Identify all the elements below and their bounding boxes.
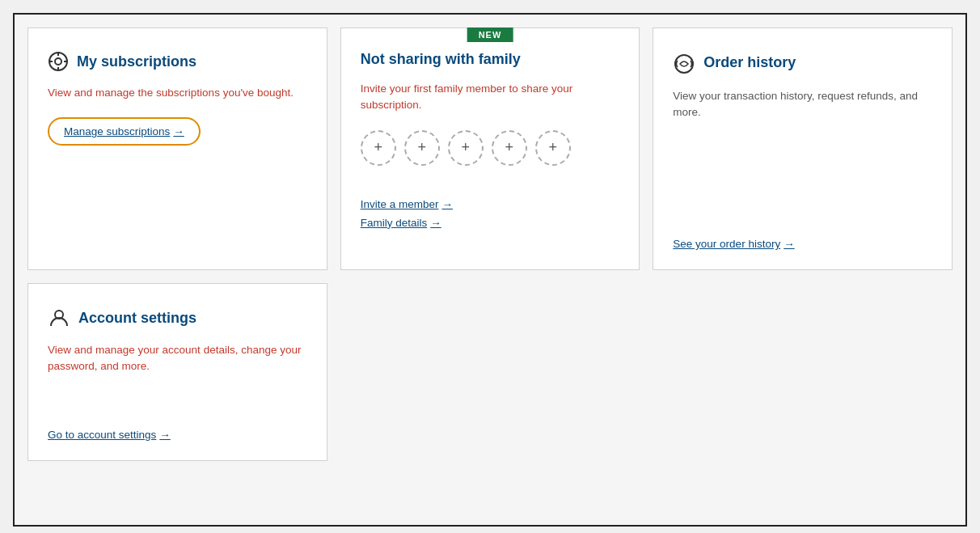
family-add-btn-2[interactable]: + xyxy=(404,130,440,166)
order-title-row: Order history xyxy=(673,51,932,75)
family-add-btn-1[interactable]: + xyxy=(361,130,396,166)
account-card: Account settings View and manage your ac… xyxy=(27,283,327,461)
svg-point-1 xyxy=(55,58,61,65)
order-arrow: → xyxy=(784,238,795,250)
family-title-row: Not sharing with family xyxy=(361,51,620,68)
empty-cell-1 xyxy=(340,283,640,461)
order-card: Order history View your transaction hist… xyxy=(653,27,953,270)
family-icons-row: + + + + + xyxy=(361,130,620,166)
subscriptions-card: My subscriptions View and manage the sub… xyxy=(27,27,327,270)
order-icon xyxy=(673,51,695,75)
order-title: Order history xyxy=(703,54,796,71)
subscriptions-description: View and manage the subscriptions you've… xyxy=(48,85,307,101)
account-arrow: → xyxy=(159,429,171,441)
manage-link-oval: Manage subscriptions → xyxy=(48,117,201,146)
subscriptions-icon xyxy=(48,51,69,72)
empty-cell-2 xyxy=(653,283,953,461)
family-title: Not sharing with family xyxy=(361,51,521,68)
family-details-arrow: → xyxy=(430,217,441,229)
family-card: NEW Not sharing with family Invite your … xyxy=(340,27,640,270)
new-badge: NEW xyxy=(467,27,513,42)
manage-arrow: → xyxy=(173,125,184,137)
subscriptions-title: My subscriptions xyxy=(77,53,196,70)
subscriptions-title-row: My subscriptions xyxy=(48,51,307,72)
invite-arrow: → xyxy=(441,198,453,210)
account-settings-link[interactable]: Go to account settings → xyxy=(48,412,307,441)
bottom-grid: Account settings View and manage your ac… xyxy=(27,283,953,461)
family-add-btn-3[interactable]: + xyxy=(448,130,484,166)
manage-subscriptions-link[interactable]: Manage subscriptions → xyxy=(64,125,184,137)
account-description: View and manage your account details, ch… xyxy=(48,342,307,375)
account-icon xyxy=(48,307,70,329)
account-title-row: Account settings xyxy=(48,307,307,329)
family-details-link[interactable]: Family details → xyxy=(361,217,620,229)
top-grid: My subscriptions View and manage the sub… xyxy=(27,27,953,270)
account-title: Account settings xyxy=(78,310,196,327)
svg-point-6 xyxy=(675,55,693,73)
invite-member-link[interactable]: Invite a member → xyxy=(361,198,620,210)
manage-link-wrapper: Manage subscriptions → xyxy=(48,117,307,146)
page-container: My subscriptions View and manage the sub… xyxy=(13,13,967,527)
family-add-btn-4[interactable]: + xyxy=(492,130,527,166)
order-description: View your transaction history, request r… xyxy=(673,88,932,121)
family-add-btn-5[interactable]: + xyxy=(535,130,571,166)
order-history-link[interactable]: See your order history → xyxy=(673,222,932,250)
family-description: Invite your first family member to share… xyxy=(361,81,620,114)
